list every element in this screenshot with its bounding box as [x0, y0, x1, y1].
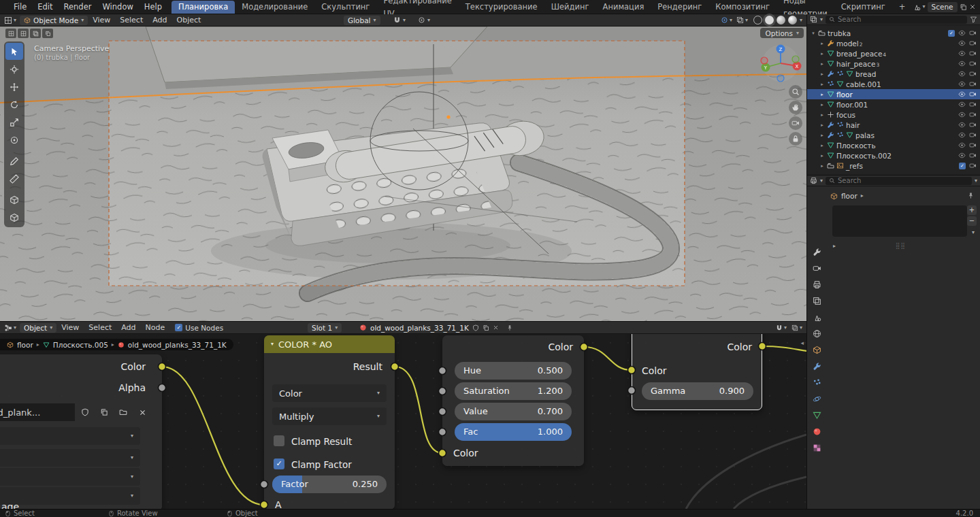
- snap-toggle-group[interactable]: ▾: [393, 16, 406, 24]
- outliner-row-object[interactable]: ▸ Плоскость.002: [807, 150, 980, 161]
- menu-file[interactable]: File: [8, 0, 32, 14]
- outliner-row-object[interactable]: ▸ hair: [807, 120, 980, 130]
- properties-tab-tool[interactable]: [809, 245, 824, 259]
- source-dropdown[interactable]: ▾: [0, 487, 140, 505]
- outliner-search-input[interactable]: [838, 16, 964, 23]
- outliner-row-collection[interactable]: ▸ _refs ✓: [807, 161, 980, 171]
- tool-cursor[interactable]: [5, 61, 23, 78]
- material-slots-list[interactable]: [832, 205, 967, 237]
- scene-browse-icon[interactable]: [913, 3, 921, 11]
- tool-primitive[interactable]: [5, 209, 23, 226]
- scene-browse-chevron[interactable]: ▾: [923, 4, 926, 10]
- transform-orientation-dropdown[interactable]: Global▾: [344, 16, 380, 25]
- properties-tab-world[interactable]: [809, 327, 824, 341]
- menu-window[interactable]: Window: [97, 0, 138, 14]
- select-mode-icon-3[interactable]: [30, 29, 41, 38]
- collection-checkbox[interactable]: ✓: [959, 163, 966, 169]
- workspace-tab-sculpting[interactable]: Скульптинг: [314, 1, 376, 14]
- outliner-row-object[interactable]: ▸ floor.001: [807, 99, 980, 110]
- tool-scale[interactable]: [5, 114, 23, 131]
- hide-eye-icon[interactable]: [958, 39, 966, 47]
- viewport-menu-view[interactable]: View: [88, 14, 115, 26]
- mode-dropdown[interactable]: Object Mode▾: [20, 16, 88, 25]
- tool-measure[interactable]: [5, 170, 23, 187]
- editor-type-icon[interactable]: [4, 16, 12, 24]
- outliner-editor-icon[interactable]: [810, 16, 817, 23]
- overlays-icon[interactable]: [736, 16, 744, 24]
- material-name[interactable]: old_wood_planks_33_71_1K: [370, 324, 469, 332]
- render-camera-icon[interactable]: [969, 29, 977, 37]
- tool-rotate[interactable]: [5, 96, 23, 113]
- shading-wireframe-icon[interactable]: [753, 16, 762, 24]
- properties-tab-render[interactable]: [809, 261, 824, 276]
- image-name-field[interactable]: wood_plank...: [0, 403, 75, 421]
- show-gizmo-icon[interactable]: [721, 16, 728, 24]
- shader-editor-chevron[interactable]: ▾: [14, 325, 16, 331]
- outliner-editor-chevron[interactable]: ▾: [820, 17, 823, 22]
- open-image-button[interactable]: [114, 403, 132, 421]
- properties-tab-scene[interactable]: [809, 310, 824, 324]
- viewport-lock-button[interactable]: [789, 132, 802, 146]
- unlink-button[interactable]: [133, 403, 151, 421]
- workspace-tab-add[interactable]: +: [892, 1, 913, 14]
- hide-eye-icon[interactable]: [958, 111, 966, 118]
- properties-tab-material[interactable]: [809, 424, 824, 439]
- render-camera-icon[interactable]: [969, 60, 977, 67]
- collection-checkbox[interactable]: ✓: [948, 30, 955, 37]
- menu-edit[interactable]: Edit: [32, 0, 58, 14]
- properties-tab-object[interactable]: [809, 343, 824, 357]
- clamp-result-checkbox[interactable]: [274, 435, 284, 446]
- properties-search[interactable]: [826, 177, 972, 185]
- hide-eye-icon[interactable]: [958, 101, 966, 108]
- render-camera-icon[interactable]: [969, 121, 977, 129]
- viewport-zoom-button[interactable]: [789, 85, 802, 99]
- fac-slider[interactable]: Fac1.000: [455, 423, 572, 441]
- select-mode-icon-4[interactable]: [42, 29, 53, 38]
- workspace-tab-compositing[interactable]: Композитинг: [708, 1, 777, 14]
- hide-eye-icon[interactable]: [958, 90, 966, 98]
- slot-remove-button[interactable]: −: [967, 216, 977, 226]
- properties-tab-texture[interactable]: [809, 441, 824, 455]
- region-collapse-arrow[interactable]: ◂: [800, 339, 804, 346]
- material-icon[interactable]: [359, 324, 367, 331]
- projection-dropdown[interactable]: ▾: [0, 449, 140, 467]
- render-camera-icon[interactable]: [969, 131, 977, 139]
- properties-tab-modifiers[interactable]: [809, 359, 824, 373]
- copy-button[interactable]: [95, 403, 113, 421]
- menu-render[interactable]: Render: [59, 0, 97, 14]
- outliner-row-object[interactable]: ▸ cable.001: [807, 79, 980, 89]
- shader-menu-view[interactable]: View: [56, 322, 84, 334]
- slot-add-button[interactable]: +: [967, 205, 977, 215]
- outliner-row-object[interactable]: ▸ hair_peace3: [807, 59, 980, 69]
- shading-solid-icon[interactable]: [765, 16, 774, 24]
- workspace-tab-animation[interactable]: Анимация: [596, 1, 651, 14]
- overlays-icon[interactable]: [791, 324, 798, 331]
- clamp-factor-checkbox[interactable]: ✓: [274, 458, 284, 469]
- mix-node-header[interactable]: ▾ COLOR * AO: [264, 335, 395, 353]
- outliner-row-object-active[interactable]: ▸ floor: [807, 89, 980, 99]
- hide-eye-icon[interactable]: [958, 80, 966, 88]
- scene-new-icon[interactable]: [960, 3, 967, 11]
- collapse-chevron[interactable]: ▾: [271, 341, 274, 347]
- hide-eye-icon[interactable]: [958, 131, 966, 139]
- workspace-tab-scripting[interactable]: Скриптинг: [834, 1, 892, 14]
- tool-annotate[interactable]: [5, 152, 23, 169]
- render-camera-icon[interactable]: [969, 39, 977, 47]
- factor-slider[interactable]: Factor 0.250: [272, 476, 387, 493]
- hide-eye-icon[interactable]: [958, 121, 966, 129]
- workspace-tab-shading[interactable]: Шейдинг: [544, 1, 596, 14]
- shader-type-dropdown[interactable]: Object▾: [20, 323, 56, 333]
- workspace-tab-modeling[interactable]: Моделирование: [235, 1, 314, 14]
- render-camera-icon[interactable]: [969, 152, 977, 159]
- image-texture-node[interactable]: Color Alpha wood_plank... ▾ ▾ ▾ ▾ age: [0, 354, 162, 509]
- viewport-camera-button[interactable]: [789, 116, 802, 130]
- navigation-gizmo[interactable]: Z X Y: [761, 45, 802, 82]
- fake-user-shield-icon[interactable]: [472, 324, 479, 331]
- tool-move[interactable]: [5, 78, 23, 95]
- magnet-icon[interactable]: [393, 16, 401, 24]
- workspace-tab-texture[interactable]: Текстурирование: [459, 1, 544, 14]
- properties-search-input[interactable]: [838, 177, 968, 184]
- properties-tab-output[interactable]: [809, 278, 824, 292]
- gamma-node[interactable]: Color Color Gamma0.900: [632, 334, 762, 410]
- proportional-edit-group[interactable]: ▾: [418, 16, 430, 24]
